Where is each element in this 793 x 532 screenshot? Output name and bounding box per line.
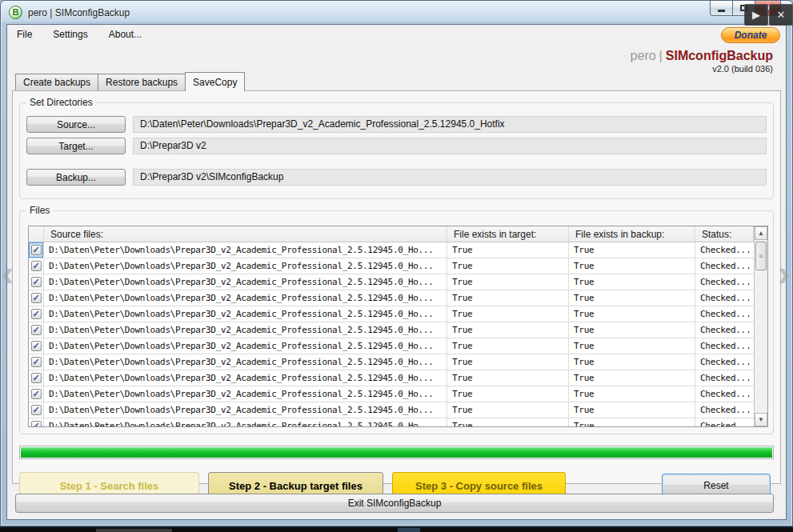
exit-button[interactable]: Exit SIMconfigBackup bbox=[15, 494, 774, 513]
set-directories-group: Set Directories Source... D:\Daten\Peter… bbox=[19, 102, 774, 199]
files-group: Files Source files: File exists in targe… bbox=[19, 210, 774, 434]
row-exists-in-target: True bbox=[447, 386, 569, 402]
row-checkbox[interactable]: ✓ bbox=[31, 245, 42, 255]
brand-separator: | bbox=[659, 49, 663, 62]
row-checkbox-cell: ✓ bbox=[29, 386, 44, 402]
menu-settings[interactable]: Settings bbox=[53, 29, 87, 40]
source-path-field[interactable]: D:\Daten\Peter\Downloads\Prepar3D_v2_Aca… bbox=[133, 116, 767, 133]
app-icon: B bbox=[9, 6, 22, 19]
files-table: Source files: File exists in target: Fil… bbox=[28, 226, 768, 427]
brand-app-name: SIMconfigBackup bbox=[666, 49, 773, 62]
row-checkbox-cell: ✓ bbox=[29, 242, 44, 258]
header-exists-backup: File exists in backup: bbox=[569, 226, 695, 242]
row-status: Checked... bbox=[695, 354, 754, 370]
files-label: Files bbox=[26, 205, 53, 216]
donate-button[interactable]: Donate bbox=[721, 27, 780, 43]
row-checkbox-cell: ✓ bbox=[29, 274, 44, 290]
tab-restore-backups[interactable]: Restore backups bbox=[98, 74, 186, 90]
row-source-path: D:\Daten\Peter\Downloads\Prepar3D_v2_Aca… bbox=[44, 274, 447, 290]
row-source-path: D:\Daten\Peter\Downloads\Prepar3D_v2_Aca… bbox=[44, 306, 447, 322]
row-checkbox[interactable]: ✓ bbox=[31, 357, 42, 367]
target-button[interactable]: Target... bbox=[26, 138, 126, 154]
row-checkbox[interactable]: ✓ bbox=[31, 421, 42, 426]
target-path-field[interactable]: D:\Prepar3D v2 bbox=[133, 138, 767, 154]
row-source-path: D:\Daten\Peter\Downloads\Prepar3D_v2_Aca… bbox=[44, 322, 447, 338]
header-checkbox-column bbox=[29, 226, 44, 242]
tab-create-backups[interactable]: Create backups bbox=[15, 74, 98, 90]
row-exists-in-target: True bbox=[447, 290, 569, 306]
row-exists-in-backup: True bbox=[569, 370, 695, 386]
progress-fill bbox=[21, 447, 772, 458]
row-source-path: D:\Daten\Peter\Downloads\Prepar3D_v2_Aca… bbox=[44, 354, 447, 370]
viewer-close-button[interactable]: ✕ bbox=[769, 4, 793, 26]
row-checkbox[interactable]: ✓ bbox=[31, 309, 42, 319]
scrollbar-grip-icon: ≡ bbox=[759, 252, 763, 260]
row-checkbox[interactable]: ✓ bbox=[31, 261, 42, 271]
row-checkbox[interactable]: ✓ bbox=[31, 341, 42, 351]
header-status: Status: bbox=[695, 226, 754, 242]
row-status: Checked... bbox=[695, 386, 754, 402]
row-checkbox-cell: ✓ bbox=[29, 322, 44, 338]
row-checkbox-cell: ✓ bbox=[29, 306, 44, 322]
scroll-down-icon: ▼ bbox=[758, 416, 764, 423]
source-button[interactable]: Source... bbox=[26, 116, 126, 133]
row-exists-in-target: True bbox=[447, 338, 569, 354]
row-exists-in-backup: True bbox=[569, 354, 695, 370]
taskbar-sliver bbox=[0, 526, 793, 532]
scroll-down-button[interactable]: ▼ bbox=[755, 413, 767, 426]
header-exists-target: File exists in target: bbox=[447, 226, 569, 242]
row-exists-in-target: True bbox=[447, 402, 569, 418]
table-row[interactable]: ✓D:\Daten\Peter\Downloads\Prepar3D_v2_Ac… bbox=[29, 418, 767, 426]
tab-bar: Create backups Restore backups SaveCopy bbox=[15, 72, 244, 90]
row-status: Checked... bbox=[695, 274, 754, 290]
files-table-body: ✓D:\Daten\Peter\Downloads\Prepar3D_v2_Ac… bbox=[29, 242, 767, 426]
backup-path-field[interactable]: D:\Prepar3D v2\SIMconfigBackup bbox=[133, 169, 767, 186]
row-checkbox[interactable]: ✓ bbox=[31, 389, 42, 399]
table-row[interactable]: ✓D:\Daten\Peter\Downloads\Prepar3D_v2_Ac… bbox=[29, 338, 767, 354]
backup-button[interactable]: Backup... bbox=[26, 169, 126, 186]
table-row[interactable]: ✓D:\Daten\Peter\Downloads\Prepar3D_v2_Ac… bbox=[29, 274, 767, 290]
row-status: Checked... bbox=[695, 370, 754, 386]
table-row[interactable]: ✓D:\Daten\Peter\Downloads\Prepar3D_v2_Ac… bbox=[29, 306, 767, 322]
window-title: pero | SIMconfigBackup bbox=[28, 7, 130, 18]
table-row[interactable]: ✓D:\Daten\Peter\Downloads\Prepar3D_v2_Ac… bbox=[29, 258, 767, 274]
header-source-files: Source files: bbox=[44, 226, 447, 242]
taskbar-segment bbox=[398, 528, 420, 532]
next-image-arrow[interactable]: › bbox=[778, 254, 790, 291]
scrollbar-thumb[interactable]: ≡ bbox=[755, 242, 767, 270]
row-source-path: D:\Daten\Peter\Downloads\Prepar3D_v2_Aca… bbox=[44, 258, 447, 274]
table-row[interactable]: ✓D:\Daten\Peter\Downloads\Prepar3D_v2_Ac… bbox=[29, 290, 767, 306]
row-source-path: D:\Daten\Peter\Downloads\Prepar3D_v2_Aca… bbox=[44, 290, 447, 306]
row-exists-in-backup: True bbox=[569, 322, 695, 338]
row-exists-in-target: True bbox=[447, 258, 569, 274]
table-row[interactable]: ✓D:\Daten\Peter\Downloads\Prepar3D_v2_Ac… bbox=[29, 386, 767, 402]
row-status: Checked... bbox=[695, 418, 754, 426]
prev-image-arrow[interactable]: ‹ bbox=[2, 254, 14, 291]
menu-file[interactable]: File bbox=[17, 29, 32, 40]
row-exists-in-backup: True bbox=[569, 290, 695, 306]
tab-savecopy[interactable]: SaveCopy bbox=[185, 72, 245, 91]
row-checkbox-cell: ✓ bbox=[29, 290, 44, 306]
table-row[interactable]: ✓D:\Daten\Peter\Downloads\Prepar3D_v2_Ac… bbox=[29, 242, 767, 258]
play-icon: ▶ bbox=[752, 9, 760, 21]
table-row[interactable]: ✓D:\Daten\Peter\Downloads\Prepar3D_v2_Ac… bbox=[29, 322, 767, 338]
row-checkbox[interactable]: ✓ bbox=[31, 293, 42, 303]
row-checkbox[interactable]: ✓ bbox=[31, 405, 42, 415]
scroll-up-button[interactable]: ▲ bbox=[755, 226, 767, 240]
viewer-play-button[interactable]: ▶ bbox=[744, 4, 768, 26]
row-checkbox[interactable]: ✓ bbox=[31, 325, 42, 335]
menu-bar: File Settings About... Donate bbox=[7, 25, 786, 44]
row-checkbox[interactable]: ✓ bbox=[31, 277, 42, 287]
chevron-right-icon: › bbox=[778, 252, 790, 294]
table-row[interactable]: ✓D:\Daten\Peter\Downloads\Prepar3D_v2_Ac… bbox=[29, 402, 767, 418]
menu-about[interactable]: About... bbox=[109, 29, 142, 40]
row-checkbox[interactable]: ✓ bbox=[31, 373, 42, 383]
title-bar[interactable]: B pero | SIMconfigBackup bbox=[1, 1, 792, 24]
minimize-button[interactable] bbox=[710, 1, 733, 16]
table-row[interactable]: ✓D:\Daten\Peter\Downloads\Prepar3D_v2_Ac… bbox=[29, 370, 767, 386]
row-status: Checked... bbox=[695, 322, 754, 338]
row-checkbox-cell: ✓ bbox=[29, 370, 44, 386]
vertical-scrollbar[interactable]: ▲ ≡ ▼ bbox=[754, 226, 767, 426]
row-exists-in-backup: True bbox=[569, 338, 695, 354]
table-row[interactable]: ✓D:\Daten\Peter\Downloads\Prepar3D_v2_Ac… bbox=[29, 354, 767, 370]
